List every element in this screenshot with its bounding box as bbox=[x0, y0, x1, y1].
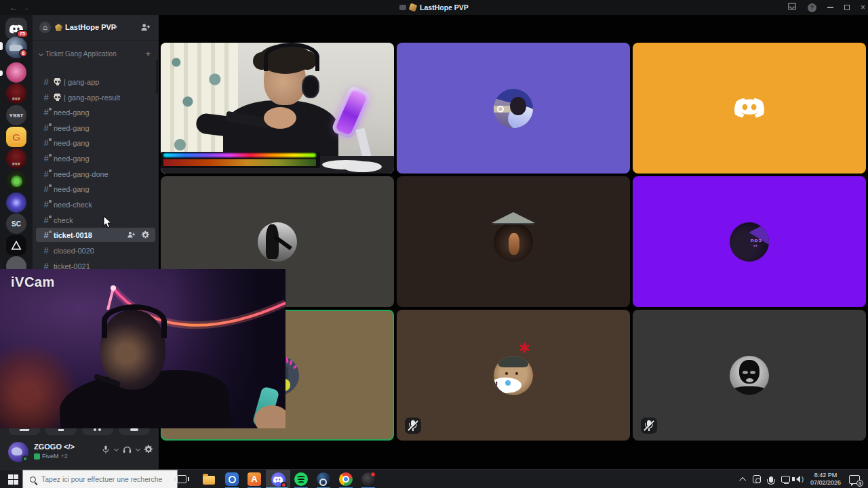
hash-locked-icon: # bbox=[42, 199, 50, 209]
window-title: LastHope PVP bbox=[420, 3, 469, 12]
avatar bbox=[494, 89, 533, 128]
close-button[interactable]: × bbox=[861, 3, 865, 12]
fivem-app-icon[interactable] bbox=[357, 470, 379, 488]
hash-icon: # bbox=[42, 92, 50, 102]
anger-mark-decoration bbox=[519, 342, 530, 353]
channel-item[interactable]: #need-check bbox=[36, 197, 155, 211]
speaker-tray-icon[interactable] bbox=[796, 476, 800, 483]
server-icon-pvp[interactable]: PVP bbox=[6, 148, 26, 169]
mouse-cursor bbox=[103, 216, 113, 232]
avatar bbox=[258, 222, 297, 262]
channel-item-selected[interactable]: # ticket-0018 bbox=[36, 228, 155, 242]
server-icon-g[interactable]: G bbox=[6, 127, 26, 147]
server-icon-yng[interactable]: PVP bbox=[6, 83, 26, 104]
create-channel-icon[interactable]: + bbox=[145, 49, 151, 59]
channel-item[interactable]: #need-gang bbox=[36, 136, 155, 150]
mic-icon[interactable] bbox=[101, 445, 111, 454]
discord-app-icon[interactable] bbox=[266, 470, 290, 488]
server-home-icon[interactable]: ⌂ bbox=[39, 22, 51, 33]
unread-pip bbox=[0, 70, 3, 76]
ivcam-watermark: iVCam bbox=[11, 274, 55, 290]
server-icon-green[interactable] bbox=[6, 171, 26, 191]
steam-app-icon[interactable] bbox=[313, 470, 334, 488]
hash-locked-icon: # bbox=[42, 169, 50, 179]
video-tile-webcam[interactable] bbox=[161, 43, 394, 174]
inbox-icon[interactable] bbox=[787, 1, 797, 14]
channel-item[interactable]: #need-gang-done bbox=[36, 167, 155, 181]
start-button[interactable] bbox=[8, 474, 18, 485]
headphones-icon[interactable] bbox=[122, 445, 132, 454]
orange-a-app-icon[interactable]: A bbox=[243, 470, 265, 488]
spotify-app-icon[interactable] bbox=[290, 470, 312, 488]
username: ZGOGO </> bbox=[34, 443, 75, 451]
action-center-icon[interactable]: 3 bbox=[849, 475, 860, 484]
category-ticket-gang-application[interactable]: Ticket Gang Application bbox=[39, 50, 117, 58]
participant-tile[interactable] bbox=[397, 43, 630, 174]
server-icon-sc[interactable]: SC bbox=[6, 214, 26, 234]
ivcam-overlay-window[interactable]: iVCam bbox=[0, 269, 285, 428]
participant-tile[interactable] bbox=[633, 43, 866, 174]
channel-settings-gear-icon[interactable] bbox=[141, 230, 150, 239]
user-bar[interactable]: ZGOGO </> FiveM +2 bbox=[3, 439, 156, 466]
scrollbar[interactable] bbox=[156, 60, 158, 94]
discord-titlebar: ← → LastHope PVP ? × bbox=[0, 0, 868, 15]
channel-item[interactable]: #| gang-app bbox=[36, 75, 155, 89]
server-icon-pink[interactable] bbox=[6, 62, 26, 83]
tray-expand-icon[interactable] bbox=[739, 476, 746, 483]
display-tray-icon[interactable] bbox=[781, 476, 790, 483]
obs-tray-icon[interactable] bbox=[753, 475, 761, 483]
taskbar-clock[interactable]: 8:42 PM 07/02/2026 bbox=[810, 472, 841, 487]
participant-tile-muted[interactable]: ! bbox=[397, 310, 630, 441]
server-boost-emblem-icon bbox=[55, 24, 62, 31]
invite-people-icon[interactable] bbox=[140, 22, 151, 35]
update-icon bbox=[399, 5, 406, 10]
user-panel: ZGOGO </> FiveM +2 bbox=[0, 426, 159, 469]
task-view-button[interactable] bbox=[171, 470, 193, 488]
home-mention-badge: 75 bbox=[16, 30, 28, 38]
settings-gear-icon[interactable] bbox=[144, 445, 153, 454]
server-icon-triangle[interactable] bbox=[6, 235, 26, 256]
discord-logo-avatar bbox=[734, 96, 764, 121]
maximize-button[interactable] bbox=[844, 5, 850, 10]
minimize-button[interactable] bbox=[827, 7, 833, 8]
channel-item[interactable]: #need-gang bbox=[36, 182, 155, 196]
server-name: LastHope PVP bbox=[65, 23, 116, 31]
hash-locked-icon: # bbox=[42, 123, 50, 133]
hash-locked-icon: # bbox=[42, 230, 50, 240]
participant-tile-muted[interactable] bbox=[633, 310, 866, 441]
channel-item[interactable]: #closed-0020 bbox=[36, 243, 155, 258]
chrome-app-icon[interactable] bbox=[335, 470, 357, 488]
server-mention-badge: 6 bbox=[19, 49, 28, 58]
hash-locked-icon: # bbox=[42, 138, 50, 148]
chevron-down-icon bbox=[39, 52, 43, 56]
hash-locked-icon: # bbox=[42, 107, 50, 117]
taskbar-search[interactable] bbox=[22, 470, 178, 488]
hash-icon: # bbox=[42, 245, 50, 256]
invite-to-channel-icon[interactable] bbox=[127, 230, 136, 239]
ivcam-app-icon[interactable] bbox=[221, 470, 243, 488]
avatar: ! bbox=[494, 356, 533, 395]
hash-locked-icon: # bbox=[42, 215, 50, 225]
file-explorer-icon[interactable] bbox=[198, 470, 220, 488]
help-icon[interactable]: ? bbox=[808, 3, 816, 12]
mic-chevron-icon[interactable] bbox=[114, 446, 119, 451]
channel-item[interactable]: #need-gang bbox=[36, 151, 155, 165]
search-input[interactable] bbox=[41, 475, 170, 483]
server-icon-blue[interactable] bbox=[6, 192, 26, 213]
rgb-keyboard bbox=[161, 152, 320, 168]
participant-tile[interactable] bbox=[397, 176, 630, 307]
mic-muted-icon bbox=[641, 418, 657, 434]
channel-item[interactable]: #need-gang bbox=[36, 121, 155, 135]
avatar: noɔ ●● bbox=[730, 222, 769, 262]
participant-tile[interactable]: noɔ ●● bbox=[633, 176, 866, 307]
channel-item[interactable]: #| gang-app-result bbox=[36, 90, 155, 104]
channel-item[interactable]: #need-gang bbox=[36, 105, 155, 119]
mic-tray-icon[interactable] bbox=[769, 476, 773, 483]
server-header[interactable]: ⌂ LastHope PVP bbox=[33, 15, 159, 41]
channel-item[interactable]: #check bbox=[36, 213, 155, 227]
window-title-group: LastHope PVP bbox=[0, 0, 868, 15]
user-activity: FiveM +2 bbox=[34, 453, 68, 460]
server-icon-ysst[interactable]: YSST bbox=[6, 105, 26, 125]
audio-chevron-icon[interactable] bbox=[136, 446, 140, 451]
search-icon bbox=[30, 476, 36, 483]
